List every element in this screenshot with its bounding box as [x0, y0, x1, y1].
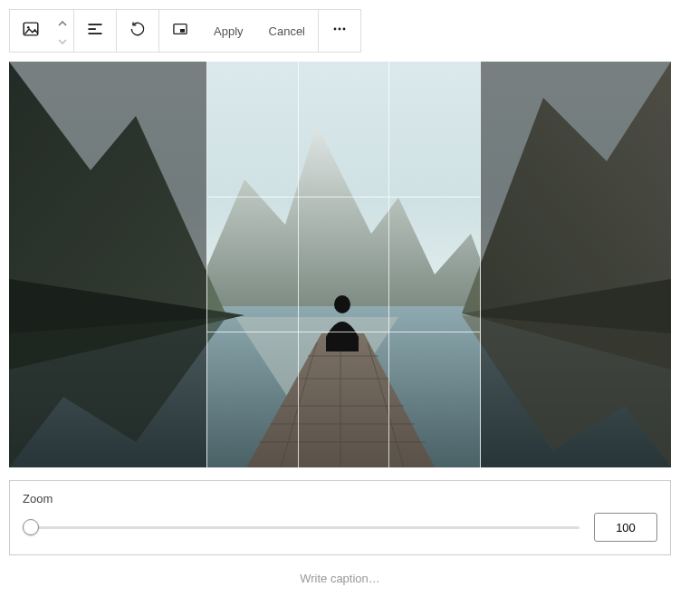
zoom-panel: Zoom	[9, 480, 671, 555]
toolbar-group-align	[74, 10, 117, 52]
svg-point-9	[343, 28, 346, 31]
align-button[interactable]	[74, 10, 116, 52]
svg-rect-6	[180, 29, 185, 33]
svg-rect-3	[89, 28, 96, 30]
aspect-ratio-button[interactable]	[159, 10, 201, 52]
crop-dim-left	[9, 62, 207, 467]
zoom-value-input[interactable]	[594, 513, 657, 542]
slider-thumb[interactable]	[23, 519, 39, 535]
rotate-button[interactable]	[117, 10, 158, 52]
toolbar-group-rotate	[117, 10, 159, 52]
more-icon	[330, 20, 349, 42]
chevron-up-icon	[58, 14, 67, 30]
crop-dim-right	[480, 62, 671, 467]
caption-input[interactable]: Write caption…	[9, 572, 671, 585]
more-options-button[interactable]	[319, 10, 360, 52]
image-icon	[21, 19, 41, 43]
align-icon	[86, 20, 104, 42]
svg-point-7	[334, 28, 337, 31]
image-block-button[interactable]	[10, 10, 52, 52]
aspect-ratio-icon	[171, 20, 189, 42]
toolbar-group-crop: Apply Cancel	[159, 10, 319, 52]
rotate-icon	[129, 20, 147, 42]
chevron-down-icon	[58, 32, 67, 48]
svg-rect-2	[89, 24, 102, 25]
svg-point-8	[339, 28, 341, 31]
zoom-label: Zoom	[23, 492, 657, 505]
svg-rect-4	[89, 33, 102, 34]
block-toolbar: Apply Cancel	[9, 9, 361, 53]
apply-button[interactable]: Apply	[201, 10, 256, 52]
image-crop-area[interactable]	[9, 62, 671, 467]
svg-point-21	[334, 295, 350, 313]
zoom-slider[interactable]	[23, 518, 579, 536]
toolbar-group-block	[10, 10, 74, 52]
cancel-button[interactable]: Cancel	[256, 10, 318, 52]
toolbar-group-more	[319, 10, 360, 52]
drag-handle[interactable]	[52, 10, 73, 52]
